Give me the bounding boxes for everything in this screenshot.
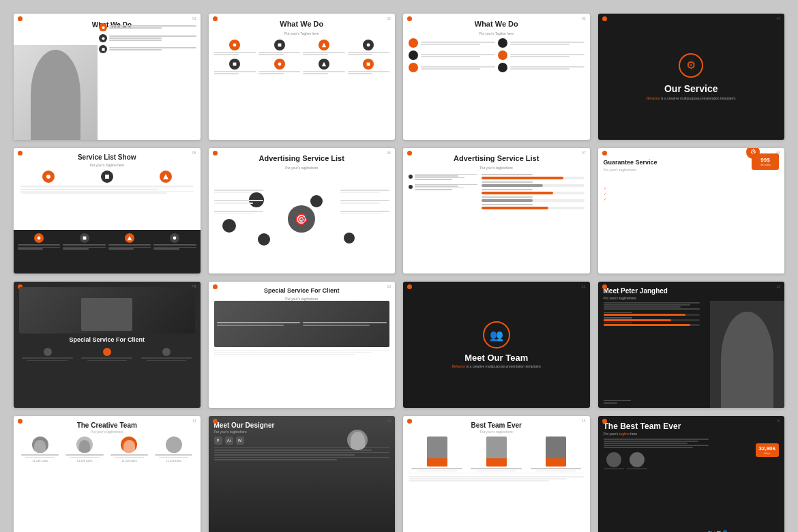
price-period: / Monthly (760, 163, 771, 166)
person-silhouette (31, 50, 81, 140)
brand-dot (213, 284, 218, 289)
spec-3 (138, 348, 194, 361)
line-7 (109, 49, 161, 50)
dot-1 (409, 175, 413, 179)
designer-text (214, 447, 390, 460)
text-lines-2 (258, 52, 300, 56)
slides-grid: 01 What We Do (14, 14, 784, 532)
slide-title: Special Service For Client (69, 336, 145, 343)
check-mark-3: ✓ (604, 197, 606, 201)
best-desc-2 (468, 473, 524, 473)
icons-grid (214, 40, 390, 75)
member-role-4 (159, 457, 188, 458)
slide-3: 03 What We Do Put your's Tagline here (403, 14, 590, 140)
what-we-rows (409, 38, 585, 72)
member-stats-2: 11,229 Likes (77, 459, 93, 462)
signature (604, 400, 631, 404)
dark-members (604, 452, 709, 470)
icon-2 (99, 34, 107, 42)
strip-content (214, 301, 390, 346)
gear-icon: ⚙ (686, 59, 696, 72)
slide-7: 07 Advertising Service List Put your's t… (403, 148, 590, 274)
line-5 (109, 40, 161, 41)
bottom-desc (409, 476, 585, 482)
svg-point-14 (38, 236, 41, 239)
member-3: 11,229 Likes (108, 437, 150, 463)
best-desc-1 (409, 473, 465, 473)
text-lines-3 (303, 52, 344, 56)
icon-item-8 (348, 59, 389, 75)
icon-1 (99, 23, 107, 31)
best-avatar-3 (546, 437, 566, 467)
check-3: ✓ (604, 197, 608, 201)
meet-circle: 👥 (483, 321, 510, 349)
check-2: ✓ (604, 192, 608, 196)
ww-icon-1 (409, 38, 418, 48)
slide-5: 05 Service List Show Put your's Tagline … (14, 148, 201, 274)
svg-rect-2 (102, 48, 104, 50)
avatar-4 (166, 437, 182, 453)
text-lines-1 (214, 52, 256, 56)
icon-item-5 (214, 59, 256, 75)
icon-box-5 (229, 59, 240, 70)
svg-rect-10 (367, 63, 370, 66)
slide-title: Best Team Ever (471, 422, 522, 429)
skill-2 (604, 317, 700, 321)
svg-point-8 (278, 63, 281, 66)
icon-1 (42, 171, 55, 183)
likes-count: 32,806 (759, 445, 775, 452)
row-2 (409, 50, 585, 60)
spec-icon-1 (44, 348, 52, 356)
slide-14: 14 Meet Our Designer Put your's taglineh… (209, 416, 396, 532)
peter-sub: Put your's taglinehere (604, 296, 700, 300)
brand-name: Behavior (647, 96, 660, 100)
svg-marker-16 (128, 235, 132, 239)
svg-point-17 (173, 236, 177, 239)
peter-content: Meet Peter Janghed Put your's taglineher… (604, 287, 700, 326)
text-lines-6 (258, 71, 300, 75)
line-2 (109, 27, 161, 29)
ww-text-5 (421, 66, 495, 70)
brand-dot (602, 419, 607, 424)
slide-number: 04 (776, 16, 780, 20)
slide-title: The Best Team Ever (604, 422, 709, 431)
svg-marker-13 (163, 174, 168, 179)
bubbles: 🎯 (214, 190, 390, 249)
best-avatar-1 (427, 437, 447, 467)
icon-item-2 (258, 40, 300, 56)
strip-item-2 (303, 322, 387, 326)
best-name-1 (411, 468, 462, 469)
slide-13: 13 The Creative Team Put your's taglineh… (14, 416, 201, 532)
b-icon-4 (153, 233, 196, 250)
slide-number: 16 (776, 419, 780, 423)
brand-dot (407, 284, 412, 289)
slide-number: 02 (387, 16, 391, 20)
brand-dot (18, 419, 23, 424)
spec-icons-row (19, 348, 195, 361)
svg-point-3 (233, 44, 237, 47)
our-service-content: ⚙ Our Service Behavior is a creative mul… (647, 53, 736, 100)
bottom-bar (14, 230, 201, 274)
desc-3 (214, 211, 263, 215)
check-mark-2: ✓ (604, 192, 606, 196)
slide-number: 07 (582, 151, 586, 155)
ww-icon-5 (409, 63, 418, 72)
slide-number: 14 (387, 419, 391, 423)
bottom-text (214, 350, 390, 355)
icon-row-1 (99, 23, 196, 31)
spec-icon-3 (162, 348, 171, 356)
slide-subtitle: Put your's tagline here (604, 432, 709, 436)
spec-1 (19, 348, 76, 361)
dot-2 (409, 185, 413, 189)
brand-dot (213, 151, 218, 156)
brand-dot (407, 16, 412, 21)
text-2 (415, 184, 477, 190)
brand-dot (18, 16, 23, 21)
spec-icon-2 (103, 348, 111, 356)
member-name-2 (65, 454, 103, 456)
slide-6: 06 Advertising Service List Put your's t… (209, 148, 396, 274)
likes-label: Likes (764, 452, 770, 455)
photo-strip (19, 287, 195, 333)
best-name-3 (531, 468, 582, 469)
b-icon-box-4 (170, 233, 179, 243)
